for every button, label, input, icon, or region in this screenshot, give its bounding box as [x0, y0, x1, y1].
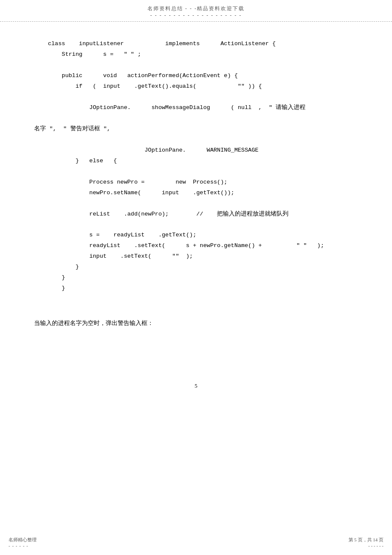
- footer-right: 第 5 页，共 14 页 - - - - - -: [349, 537, 384, 548]
- footer-left: 名师精心整理 - - - - - -: [9, 537, 37, 548]
- input-keyword-2: input: [162, 190, 179, 196]
- footer-left-label: 名师精心整理: [9, 537, 37, 543]
- page-footer: 名师精心整理 - - - - - - 第 5 页，共 14 页 - - - - …: [0, 537, 392, 548]
- page-number: 5: [0, 382, 392, 389]
- footer-left-dashes: - - - - - -: [9, 543, 29, 548]
- footer-right-label: 第 5 页，共 14 页: [349, 537, 384, 543]
- footer-right-dashes: - - - - - -: [368, 543, 383, 548]
- code-block: class inputListener implements ActionLis…: [34, 39, 358, 294]
- header-dashes: - - - - - - - - - - - - - - - - - - - -: [0, 12, 392, 19]
- page-content: class inputListener implements ActionLis…: [0, 22, 392, 370]
- page-header: 名师资料总结 - - -精品资料欢迎下载 - - - - - - - - - -…: [0, 0, 392, 22]
- input-keyword-1: input: [103, 83, 121, 89]
- description-text: 当输入的进程名字为空时，弹出警告输入框：: [34, 319, 358, 327]
- header-text: 名师资料总结 - - -精品资料欢迎下载: [0, 5, 392, 12]
- input-keyword-3: input: [89, 253, 107, 259]
